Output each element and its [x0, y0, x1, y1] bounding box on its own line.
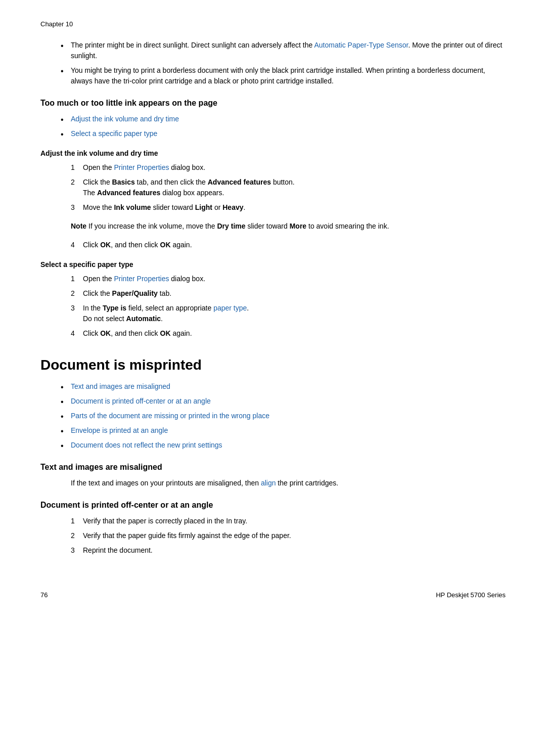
intro-bullet-list: The printer might be in direct sunlight.… [61, 40, 506, 86]
section1-heading: Too much or too little ink appears on th… [40, 99, 506, 108]
parts-missing-link[interactable]: Parts of the document are missing or pri… [71, 412, 269, 420]
auto-paper-type-sensor-link[interactable]: Automatic Paper-Type Sensor [314, 41, 408, 49]
subsection2-heading: Select a specific paper type [40, 260, 506, 269]
text-images-text-after: the print cartridges. [276, 479, 338, 487]
list-item: Select a specific paper type [61, 128, 506, 139]
select-paper-link[interactable]: Select a specific paper type [71, 129, 157, 138]
step-2-text: Click the Paper/Quality tab. [83, 289, 171, 297]
text-images-content: If the text and images on your printouts… [71, 478, 506, 488]
step-4: 4 Click OK, and then click OK again. [71, 328, 506, 339]
page-number: 76 [40, 591, 48, 599]
step-3: 3 Move the Ink volume slider toward Ligh… [71, 202, 506, 213]
step-1-text: Open the Printer Properties dialog box. [83, 275, 205, 283]
paper-type-link[interactable]: paper type [213, 304, 247, 312]
off-center-heading: Document is printed off-center or at an … [40, 501, 506, 510]
list-item: Parts of the document are missing or pri… [61, 411, 506, 421]
printed-off-center-link[interactable]: Document is printed off-center or at an … [71, 397, 211, 405]
printer-properties-link-2[interactable]: Printer Properties [114, 275, 169, 283]
step-num: 3 [71, 202, 75, 213]
step-3: 3 Reprint the document. [71, 545, 506, 556]
note-block: Note If you increase the ink volume, mov… [71, 221, 506, 232]
step-4-text: Click OK, and then click OK again. [83, 241, 192, 249]
note-text: If you increase the ink volume, move the… [86, 222, 389, 230]
product-name: HP Deskjet 5700 Series [436, 591, 506, 599]
step-3-text: Move the Ink volume slider toward Light … [83, 203, 245, 211]
align-link[interactable]: align [261, 479, 276, 487]
step-num: 1 [71, 162, 75, 173]
step-num: 4 [71, 328, 75, 339]
step-2-text: Verify that the paper guide fits firmly … [83, 531, 291, 540]
envelope-angle-link[interactable]: Envelope is printed at an angle [71, 426, 168, 434]
list-item: Envelope is printed at an angle [61, 425, 506, 436]
step-4: 4 Click OK, and then click OK again. [71, 240, 506, 250]
main-section-heading: Document is misprinted [40, 357, 506, 373]
list-item: Text and images are misaligned [61, 381, 506, 392]
step-3-text: In the Type is field, select an appropri… [83, 304, 249, 323]
step-2: 2 Verify that the paper guide fits firml… [71, 530, 506, 541]
step-num: 1 [71, 274, 75, 284]
step-1: 1 Open the Printer Properties dialog box… [71, 162, 506, 173]
new-print-settings-link[interactable]: Document does not reflect the new print … [71, 441, 222, 449]
page-footer: 76 HP Deskjet 5700 Series [40, 586, 506, 599]
step-num: 4 [71, 240, 75, 250]
main-section-links: Text and images are misaligned Document … [61, 381, 506, 451]
step-3-text: Reprint the document. [83, 546, 153, 554]
step-num: 1 [71, 516, 75, 526]
step-2: 2 Click the Basics tab, and then click t… [71, 177, 506, 198]
list-item: Adjust the ink volume and dry time [61, 114, 506, 124]
list-item: You might be trying to print a borderles… [61, 65, 506, 86]
note-label: Note [71, 222, 86, 230]
step-num: 2 [71, 177, 75, 188]
step-num: 2 [71, 530, 75, 541]
step-3: 3 In the Type is field, select an approp… [71, 303, 506, 324]
intro-text-2: You might be trying to print a borderles… [71, 66, 485, 85]
text-images-text-before: If the text and images on your printouts… [71, 479, 261, 487]
adjust-ink-link[interactable]: Adjust the ink volume and dry time [71, 115, 179, 123]
adjust-ink-steps: 1 Open the Printer Properties dialog box… [71, 162, 506, 213]
list-item: Document does not reflect the new print … [61, 440, 506, 451]
step-4-text: Click OK, and then click OK again. [83, 329, 192, 337]
chapter-label: Chapter 10 [40, 20, 506, 28]
step-num: 3 [71, 303, 75, 314]
step-2-text: Click the Basics tab, and then click the… [83, 178, 295, 197]
list-item: Document is printed off-center or at an … [61, 396, 506, 407]
intro-text-1: The printer might be in direct sunlight.… [71, 41, 314, 49]
text-images-misaligned-link[interactable]: Text and images are misaligned [71, 382, 170, 390]
list-item: The printer might be in direct sunlight.… [61, 40, 506, 61]
section1-links-list: Adjust the ink volume and dry time Selec… [61, 114, 506, 139]
text-images-heading: Text and images are misaligned [40, 463, 506, 472]
step-1-text: Open the Printer Properties dialog box. [83, 163, 205, 171]
select-paper-steps: 1 Open the Printer Properties dialog box… [71, 274, 506, 339]
step-1-text: Verify that the paper is correctly place… [83, 517, 247, 525]
off-center-steps: 1 Verify that the paper is correctly pla… [71, 516, 506, 556]
step-1: 1 Open the Printer Properties dialog box… [71, 274, 506, 284]
adjust-ink-step4: 4 Click OK, and then click OK again. [71, 240, 506, 250]
printer-properties-link-1[interactable]: Printer Properties [114, 163, 169, 171]
subsection1-heading: Adjust the ink volume and dry time [40, 149, 506, 157]
step-2: 2 Click the Paper/Quality tab. [71, 288, 506, 299]
step-num: 3 [71, 545, 75, 556]
step-1: 1 Verify that the paper is correctly pla… [71, 516, 506, 526]
step-num: 2 [71, 288, 75, 299]
